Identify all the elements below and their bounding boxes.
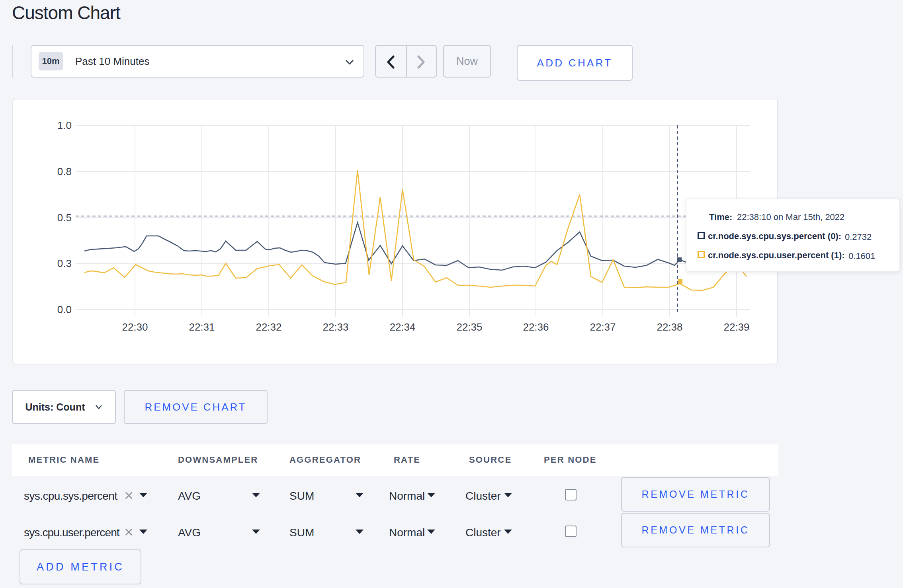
svg-text:0.3: 0.3 — [57, 257, 72, 269]
svg-text:22:39: 22:39 — [723, 321, 749, 333]
svg-text:22:34: 22:34 — [389, 321, 415, 333]
svg-text:22:38: 22:38 — [657, 321, 682, 333]
svg-text:22:37: 22:37 — [590, 321, 616, 333]
svg-text:0.8: 0.8 — [57, 165, 72, 177]
svg-text:22:32: 22:32 — [256, 321, 281, 333]
svg-text:1.0: 1.0 — [57, 119, 72, 131]
svg-text:22:35: 22:35 — [456, 321, 482, 333]
svg-text:22:31: 22:31 — [189, 321, 215, 333]
svg-text:22:30: 22:30 — [122, 321, 148, 333]
svg-text:22:33: 22:33 — [322, 321, 348, 333]
svg-text:0.5: 0.5 — [57, 212, 72, 224]
svg-text:22:36: 22:36 — [523, 321, 549, 333]
svg-text:0.0: 0.0 — [57, 304, 72, 315]
